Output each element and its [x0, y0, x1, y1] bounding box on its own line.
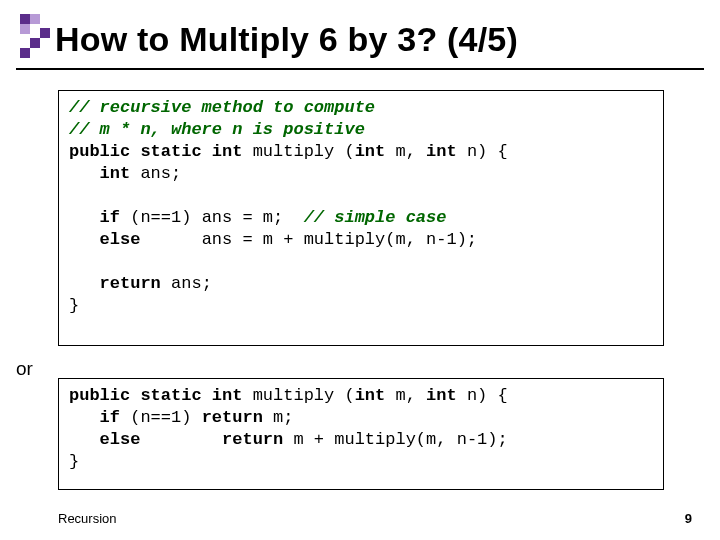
- code-text: n) {: [467, 386, 508, 405]
- keyword: int: [426, 386, 467, 405]
- code-text: ans;: [171, 274, 212, 293]
- deco-square: [30, 38, 40, 48]
- keyword: int: [355, 142, 396, 161]
- code-text: ans;: [140, 164, 181, 183]
- slide-title: How to Multiply 6 by 3? (4/5): [55, 20, 518, 59]
- code-text: multiply (: [253, 142, 355, 161]
- code-text: m,: [395, 386, 426, 405]
- page-number: 9: [685, 511, 692, 526]
- keyword: else: [69, 230, 202, 249]
- keyword: if: [69, 208, 130, 227]
- keyword: int: [355, 386, 396, 405]
- footer-topic: Recursion: [58, 511, 117, 526]
- deco-square: [20, 48, 30, 58]
- code-text: multiply (: [253, 386, 355, 405]
- deco-square: [40, 28, 50, 38]
- deco-square: [20, 14, 30, 24]
- code-text: }: [69, 296, 79, 315]
- corner-decoration: [20, 14, 50, 64]
- keyword: return: [222, 430, 293, 449]
- keyword: return: [202, 408, 273, 427]
- slide: How to Multiply 6 by 3? (4/5) // recursi…: [0, 0, 720, 540]
- deco-square: [20, 24, 30, 34]
- or-label: or: [16, 358, 33, 380]
- keyword: public static int: [69, 386, 253, 405]
- code-text-2: public static int multiply (int m, int n…: [69, 385, 653, 473]
- deco-square: [30, 14, 40, 24]
- code-text: ans = m + multiply(m, n-1);: [202, 230, 477, 249]
- code-block-1: // recursive method to compute // m * n,…: [58, 90, 664, 346]
- code-text: m + multiply(m, n-1);: [293, 430, 507, 449]
- keyword: if: [69, 408, 130, 427]
- keyword: return: [69, 274, 171, 293]
- code-text: (n==1) ans = m;: [130, 208, 303, 227]
- code-text: n) {: [467, 142, 508, 161]
- code-text-1: // recursive method to compute // m * n,…: [69, 97, 653, 317]
- keyword: int: [69, 164, 140, 183]
- code-text: m;: [273, 408, 293, 427]
- keyword: public static int: [69, 142, 253, 161]
- comment-line: // recursive method to compute: [69, 98, 375, 117]
- comment-line: // m * n, where n is positive: [69, 120, 365, 139]
- code-text: (n==1): [130, 408, 201, 427]
- keyword: int: [426, 142, 467, 161]
- code-text: }: [69, 452, 79, 471]
- keyword: else: [69, 430, 222, 449]
- comment-inline: // simple case: [304, 208, 447, 227]
- title-underline: [16, 68, 704, 70]
- code-block-2: public static int multiply (int m, int n…: [58, 378, 664, 490]
- code-text: m,: [395, 142, 426, 161]
